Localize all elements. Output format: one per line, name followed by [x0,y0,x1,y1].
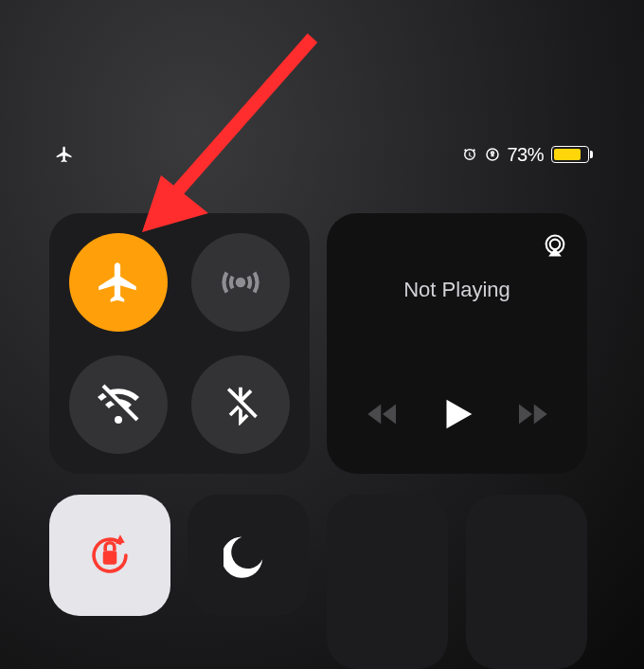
orientation-lock-button[interactable] [49,495,170,616]
svg-line-10 [170,38,313,199]
volume-slider[interactable] [466,495,587,669]
cellular-data-button[interactable] [191,233,290,332]
orientation-lock-icon [82,528,137,583]
media-title: Not Playing [346,278,568,302]
status-bar: 73% [0,140,644,169]
svg-point-2 [238,280,243,285]
airplane-mode-button[interactable] [69,233,168,332]
battery-icon [551,146,589,163]
forward-button[interactable] [512,394,552,434]
moon-icon [224,531,273,580]
orientation-lock-status-icon [484,146,501,163]
rewind-button[interactable] [363,394,402,434]
bluetooth-button[interactable] [191,355,290,454]
connectivity-group [49,213,310,474]
play-button[interactable] [436,392,479,436]
svg-point-8 [550,240,561,250]
alarm-status-icon [461,146,478,163]
airplane-icon [95,259,142,306]
wifi-off-icon [96,382,141,427]
media-group: Not Playing [327,213,587,474]
bluetooth-off-icon [220,384,261,425]
airplane-status-icon [55,145,74,164]
cellular-icon [217,259,264,306]
battery-percent-text: 73% [507,144,544,166]
svg-rect-9 [103,551,117,565]
brightness-slider[interactable] [327,495,448,669]
do-not-disturb-button[interactable] [188,495,309,616]
airplay-icon[interactable] [542,232,568,259]
wifi-button[interactable] [69,355,168,454]
